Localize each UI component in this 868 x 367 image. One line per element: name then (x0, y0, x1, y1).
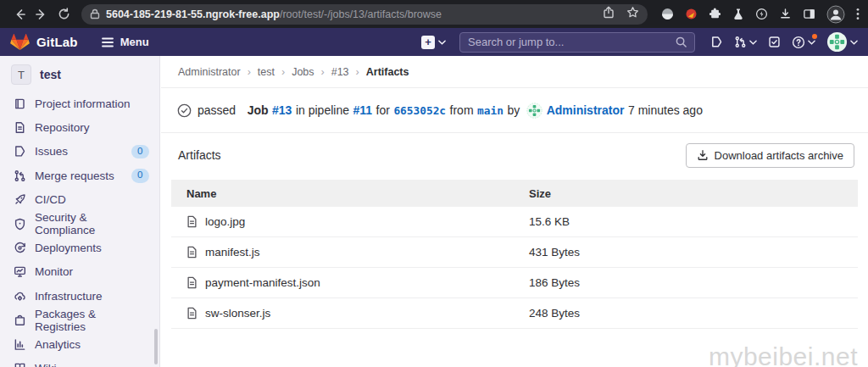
todos-button[interactable] (768, 36, 781, 48)
author-avatar[interactable] (526, 103, 542, 119)
file-size: 248 Bytes (529, 307, 580, 320)
browser-profile-button[interactable] (826, 5, 845, 24)
sidebar-item-label: Repository (35, 121, 90, 134)
sidebar-item-infrastructure[interactable]: Infrastructure (0, 284, 159, 308)
file-name-link[interactable]: sw-slonser.js (205, 307, 270, 320)
file-name-link[interactable]: payment-manifest.json (205, 276, 320, 289)
share-button[interactable] (603, 6, 615, 22)
bookmark-button[interactable] (626, 6, 639, 22)
merge-request-icon (14, 170, 26, 182)
sidebar-item-label: Issues (35, 145, 68, 158)
screen: 5604-185-219-81-55.ngrok-free.app/root/t… (0, 0, 868, 367)
cloud-gear-icon (14, 290, 26, 303)
watermark: mybeibei.net (709, 342, 858, 367)
breadcrumb-separator: › (321, 66, 325, 78)
table-row[interactable]: sw-slonser.js 248 Bytes (171, 298, 858, 329)
browser-menu-button[interactable] (856, 8, 860, 20)
extension-icon[interactable] (661, 8, 674, 20)
sidebar-item-cicd[interactable]: CI/CD (0, 188, 159, 212)
search-input[interactable] (468, 36, 676, 48)
sidebar-item-security-compliance[interactable]: Security & Compliance (0, 212, 159, 236)
table-row[interactable]: manifest.js 431 Bytes (171, 237, 858, 268)
job-label: Job (248, 103, 269, 117)
sidebar-item-label: Packages & Registries (35, 308, 149, 333)
chevron-down-icon (850, 40, 858, 45)
breadcrumb-separator: › (356, 66, 359, 78)
breadcrumb-link[interactable]: Administrator (178, 66, 241, 78)
project-sidebar: T test Project information Repository Is… (0, 56, 160, 367)
forward-button[interactable] (31, 3, 53, 25)
side-panel-button[interactable] (803, 8, 815, 20)
sidebar-item-label: CI/CD (35, 193, 66, 206)
extension-icon[interactable] (755, 8, 768, 20)
file-name-link[interactable]: manifest.js (205, 246, 260, 259)
breadcrumb-link[interactable]: Jobs (292, 66, 314, 78)
sidebar-item-project-information[interactable]: Project information (0, 92, 159, 115)
shield-icon (14, 218, 26, 231)
artifacts-table: Name Size logo.jpg 15.6 KB manifest.js 4… (171, 180, 858, 329)
back-button[interactable] (8, 3, 31, 25)
star-icon (628, 8, 638, 17)
branch-link[interactable]: main (477, 104, 504, 117)
merge-requests-dropdown[interactable] (734, 36, 757, 48)
sidebar-scrollbar[interactable] (154, 329, 158, 364)
breadcrumb-link[interactable]: #13 (331, 66, 349, 78)
file-name-link[interactable]: logo.jpg (205, 215, 245, 228)
sidebar-item-deployments[interactable]: Deployments (0, 236, 159, 259)
issues-dashboard-button[interactable] (710, 36, 723, 48)
extensions-puzzle-button[interactable] (709, 8, 721, 20)
sidebar-item-merge-requests[interactable]: Merge requests 0 (0, 164, 159, 187)
menu-button[interactable]: Menu (102, 36, 149, 48)
sidebar-item-wiki[interactable]: Wiki (0, 356, 159, 367)
main-content: Administrator › test › Jobs › #13 › Arti… (161, 56, 868, 367)
column-header-name: Name (186, 187, 529, 200)
url-domain: 5604-185-219-81-55.ngrok-free.app (106, 8, 280, 20)
table-row[interactable]: payment-manifest.json 186 Bytes (171, 268, 858, 298)
forward-icon (36, 10, 44, 19)
back-icon (18, 10, 25, 19)
side-panel-icon (810, 10, 814, 18)
todo-check-icon (768, 36, 781, 48)
status-text: by (507, 103, 520, 117)
sidebar-item-label: Wiki (35, 362, 57, 367)
gitlab-navbar: GitLab Menu + (0, 28, 868, 56)
user-menu[interactable] (826, 31, 858, 53)
gitlab-wordmark[interactable]: GitLab (36, 35, 78, 49)
table-row[interactable]: logo.jpg 15.6 KB (171, 207, 858, 237)
lightning-icon (760, 11, 764, 17)
sidebar-item-packages-registries[interactable]: Packages & Registries (0, 309, 159, 332)
help-dropdown[interactable] (792, 36, 815, 49)
project-header[interactable]: T test (0, 56, 159, 88)
flask-icon (734, 9, 742, 20)
author-link[interactable]: Administrator (547, 103, 625, 117)
job-link[interactable]: #13 (272, 103, 292, 117)
global-search[interactable] (459, 32, 695, 53)
breadcrumb-link[interactable]: test (258, 66, 275, 78)
sidebar-item-issues[interactable]: Issues 0 (0, 140, 159, 164)
issues-icon (14, 145, 26, 158)
extension-icon[interactable] (732, 8, 744, 20)
help-icon (792, 36, 805, 49)
extension-icon[interactable] (685, 8, 698, 20)
project-avatar: T (11, 64, 31, 85)
rocket-icon (14, 193, 26, 206)
commit-link[interactable]: 6653052c (393, 104, 446, 117)
downloads-button[interactable] (779, 8, 792, 20)
user-avatar (826, 31, 848, 53)
issues-icon (710, 36, 723, 48)
new-dropdown-button[interactable]: + (421, 36, 446, 49)
gitlab-logo-icon[interactable] (10, 33, 30, 51)
hamburger-icon (102, 37, 114, 47)
breadcrumb-current: Artifacts (366, 66, 409, 78)
monitor-icon (14, 265, 26, 278)
sidebar-item-monitor[interactable]: Monitor (0, 260, 159, 284)
reload-button[interactable] (53, 3, 75, 25)
chevron-down-icon (438, 40, 446, 45)
address-bar[interactable]: 5604-185-219-81-55.ngrok-free.app/root/t… (81, 4, 648, 25)
sidebar-item-analytics[interactable]: Analytics (0, 332, 159, 356)
pipeline-link[interactable]: #11 (353, 103, 372, 117)
sidebar-item-repository[interactable]: Repository (0, 115, 159, 139)
download-artifacts-button[interactable]: Download artifacts archive (686, 143, 854, 168)
project-name: test (40, 68, 61, 81)
status-text: for (376, 103, 390, 117)
